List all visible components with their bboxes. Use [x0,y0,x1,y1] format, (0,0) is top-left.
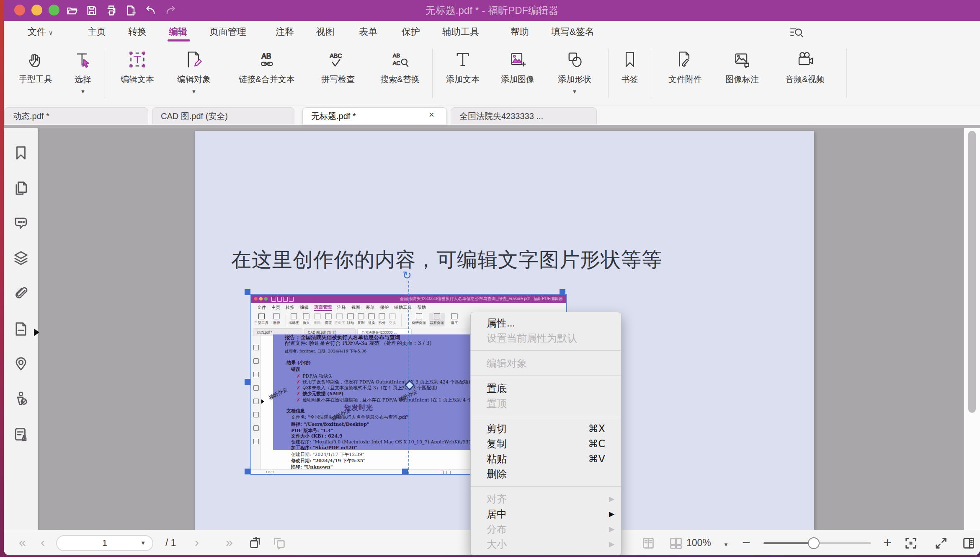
menu-form[interactable]: 表单 [359,21,377,43]
sidebar-expand-arrow-icon[interactable] [34,329,39,336]
fields-panel-icon[interactable] [13,321,29,337]
facing-page-view-icon[interactable] [669,536,683,550]
zoom-in-button[interactable]: + [883,530,892,555]
tab-dongtai[interactable]: 动态.pdf * [4,107,148,124]
page-number-input[interactable]: 1 ▼ [56,535,153,551]
bookmark-button[interactable]: 书签 [621,46,639,85]
context-item-send-to-back[interactable]: 置底 [471,381,621,396]
next-page-button[interactable]: › [195,530,199,555]
previous-page-button[interactable]: ‹ [41,530,45,555]
hand-icon [19,46,52,73]
reading-panel-icon[interactable] [962,536,975,550]
add-image-icon [501,46,534,73]
context-item-delete[interactable]: 删除 [471,466,621,482]
mini-overlay-text: 短发时光 [344,403,373,412]
close-tab-icon[interactable]: × [429,106,434,123]
submenu-arrow-icon: ▶ [609,492,614,507]
destinations-panel-icon[interactable] [13,356,29,372]
document-tabbar: 动态.pdf * CAD 图.pdf (安全) 无标题.pdf * × 全国法院… [4,106,980,125]
last-page-button[interactable]: » [226,530,233,555]
first-page-button[interactable]: « [19,530,26,555]
add-shape-button[interactable]: 添加形状 ▼ [558,46,591,95]
svg-text:AB: AB [392,52,400,59]
next-view-icon[interactable] [273,536,286,550]
dropdown-caret-icon[interactable]: ▼ [177,88,211,95]
select-icon [74,46,92,73]
vertical-scrollbar[interactable] [964,128,980,530]
zoom-caret-icon[interactable]: ▼ [723,541,729,548]
layers-panel-icon[interactable] [13,250,29,266]
rotate-handle-icon[interactable]: ↻ [402,269,412,282]
window-title: 无标题.pdf * - 福昕PDF编辑器 [4,0,980,21]
tab-quanguo[interactable]: 全国法院失4233333 ... [451,107,597,124]
link-merge-text-button[interactable]: AB 链接&合并文本 [239,46,294,85]
previous-view-icon[interactable] [249,536,262,550]
context-item-properties[interactable]: 属性... [471,316,621,331]
submenu-arrow-icon: ▶ [609,507,614,522]
menu-page-management[interactable]: 页面管理 [209,21,246,43]
zoom-out-button[interactable]: − [742,530,750,555]
context-item-cut[interactable]: 剪切⌘X [471,421,621,436]
comments-panel-icon[interactable] [13,215,29,231]
mini-window-title: 全国法院失4233333信被执行人名单信息公布与查询_报告_erasure.pd… [400,295,563,303]
foxit-pdf-editor-window: 无标题.pdf * - 福昕PDF编辑器 文件∨ 主页 转换 编辑 页面管理 注… [4,0,980,555]
ribbon-toolbar: 手型工具 选择 ▼ 编辑文本 编辑对象 ▼ AB 链接&合并文本 ABC 拼写检… [4,43,980,106]
tab-untitled-active[interactable]: 无标题.pdf * [302,107,447,124]
zoom-slider-thumb[interactable] [808,537,820,549]
zoom-level-label[interactable]: 100% [686,530,711,555]
add-text-button[interactable]: 添加文本 [446,46,480,85]
bookmarks-panel-icon[interactable] [13,145,29,161]
page-heading-text[interactable]: 在这里创作你的内容，可编辑文字图片形状等等 [231,246,662,273]
single-page-view-icon[interactable] [642,536,655,550]
ribbon-separator [651,49,651,98]
menu-home[interactable]: 主页 [88,21,106,43]
ribbon-separator [105,49,105,98]
context-item-align: 对齐▶ [471,492,621,507]
fullscreen-icon[interactable] [934,536,948,550]
dropdown-caret-icon[interactable]: ▼ [74,88,92,95]
selection-handle-bottom-center[interactable] [402,469,408,474]
selection-handle-top-right[interactable] [560,289,565,295]
scrollbar-thumb[interactable] [968,131,976,413]
pages-panel-icon[interactable] [13,180,29,196]
hand-tool-button[interactable]: 手型工具 [19,46,52,85]
edit-object-button[interactable]: 编辑对象 ▼ [177,46,211,95]
menu-comment[interactable]: 注释 [276,21,294,43]
search-replace-button[interactable]: ABAC 搜索&替换 [380,46,419,85]
audio-video-button[interactable]: 音频&视频 [785,46,824,85]
context-menu-separator [471,376,621,376]
menu-help[interactable]: 帮助 [511,21,529,43]
active-menu-underline [168,39,190,41]
menu-convert[interactable]: 转换 [128,21,147,43]
selection-handle-middle-left[interactable] [245,379,250,385]
form-fields-panel-icon[interactable] [13,427,29,443]
file-attachment-button[interactable]: 文件附件 [668,46,702,85]
fit-page-icon[interactable] [904,536,918,550]
add-image-button[interactable]: 添加图像 [501,46,534,85]
context-item-center[interactable]: 居中▶ [471,507,621,522]
context-item-set-default: 设置当前属性为默认 [471,331,621,346]
tab-cad[interactable]: CAD 图.pdf (安全) [152,107,294,124]
menu-accessibility[interactable]: 辅助工具 [442,21,479,43]
context-item-paste[interactable]: 粘贴⌘V [471,451,621,466]
edit-text-button[interactable]: 编辑文本 [121,46,154,85]
select-tool-button[interactable]: 选择 ▼ [74,46,92,95]
menu-view[interactable]: 视图 [316,21,335,43]
dropdown-caret-icon[interactable]: ▼ [558,88,591,95]
spell-check-button[interactable]: ABC 拼写检查 [321,46,355,85]
digital-signatures-panel-icon[interactable] [13,391,29,407]
search-replace-icon: ABAC [380,46,419,73]
menu-file[interactable]: 文件∨ [28,21,53,43]
selection-handle-bottom-left[interactable] [245,469,250,474]
attachments-panel-icon[interactable] [13,285,29,301]
menu-fill-sign[interactable]: 填写&签名 [551,21,594,43]
page-caret-icon[interactable]: ▼ [140,536,146,550]
menu-protect[interactable]: 保护 [402,21,420,43]
selection-handle-top-left[interactable] [245,289,250,295]
context-item-copy[interactable]: 复制⌘C [471,436,621,451]
ribbon-separator [846,49,847,98]
svg-text:AB: AB [261,52,271,60]
advanced-search-icon[interactable] [789,26,804,39]
image-annotation-button[interactable]: 图像标注 [725,46,759,85]
spell-check-icon: ABC [321,46,355,73]
